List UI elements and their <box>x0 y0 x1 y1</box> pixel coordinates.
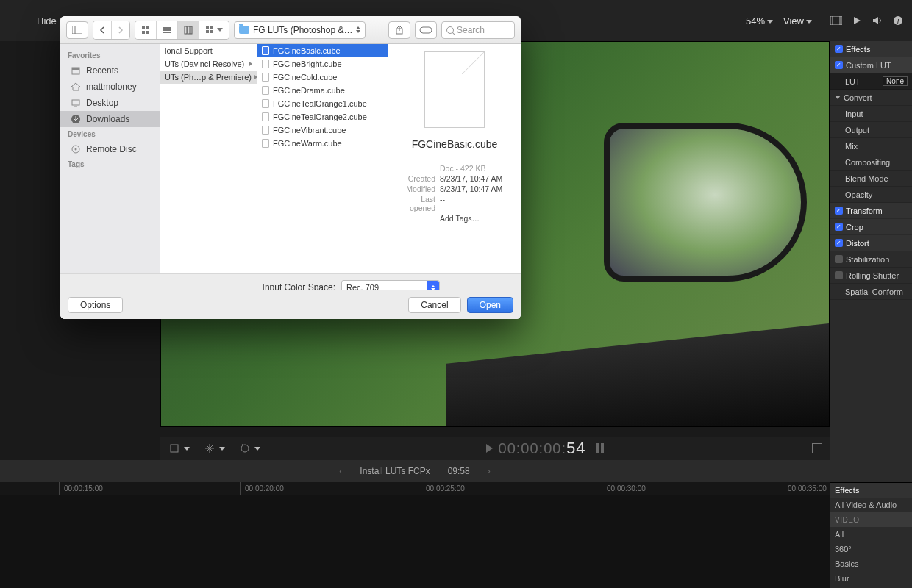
fxbrowser-all[interactable]: All <box>830 527 912 542</box>
path-popup-button[interactable]: FG LUTs (Photoshop &… <box>234 21 366 39</box>
disclosure-icon[interactable] <box>835 96 841 99</box>
inspector-transform-header[interactable]: ✓Transform <box>830 203 912 219</box>
sidebar-item-recents[interactable]: Recents <box>60 62 160 79</box>
timecode-display[interactable]: 00:00:00:54 <box>499 439 586 458</box>
inspector-compositing-row[interactable]: Compositing <box>830 154 912 171</box>
fxbrowser-basics[interactable]: Basics <box>830 556 912 571</box>
cancel-button[interactable]: Cancel <box>408 297 460 313</box>
prev-project-button[interactable]: ‹ <box>339 466 342 476</box>
search-field[interactable]: Search <box>441 21 515 39</box>
ruler-tick: 00:00:20:00 <box>240 482 284 495</box>
column-folder-row[interactable]: UTs (Ph…p & Premiere) <box>160 71 257 84</box>
timecode-frames: 54 <box>566 439 585 457</box>
inspector-opacity-row[interactable]: Opacity <box>830 187 912 203</box>
file-row[interactable]: FGCineDrama.cube <box>257 84 388 97</box>
hide-rejected-label[interactable]: Hide R <box>7 15 66 26</box>
add-tags-link[interactable]: Add Tags… <box>440 214 510 223</box>
svg-rect-7 <box>171 445 178 452</box>
preview-lastopened-label: Last opened <box>399 195 435 212</box>
file-row[interactable]: FGCineBasic.cube <box>257 44 388 57</box>
home-icon <box>71 82 81 92</box>
column-folder-row[interactable]: ional Support <box>160 44 257 57</box>
svg-rect-13 <box>142 31 145 34</box>
updown-icon <box>356 26 360 33</box>
fxbrowser-360[interactable]: 360° <box>830 542 912 556</box>
inspector-mix-row[interactable]: Mix <box>830 138 912 154</box>
ruler-tick: 00:00:25:00 <box>421 482 465 495</box>
document-icon <box>262 60 269 68</box>
disc-icon <box>71 144 81 154</box>
sidebar-devices-label: Devices <box>60 127 160 141</box>
film-icon[interactable] <box>830 14 843 27</box>
lut-value-dropdown[interactable]: None <box>883 76 908 86</box>
file-row[interactable]: FGCineTealOrange1.cube <box>257 97 388 110</box>
checkbox-off-icon[interactable] <box>835 255 843 263</box>
fxbrowser-all-va[interactable]: All Video & Audio <box>830 498 912 512</box>
inspector-blendmode-row[interactable]: Blend Mode <box>830 171 912 187</box>
search-icon <box>446 26 454 34</box>
forward-button[interactable] <box>111 21 129 39</box>
zoom-level-button[interactable]: 54% <box>746 15 773 26</box>
play-icon[interactable] <box>850 14 863 27</box>
view-menu-button[interactable]: View <box>783 15 812 26</box>
ruler-tick: 00:00:30:00 <box>602 482 646 495</box>
sidebar-item-home[interactable]: mattmoloney <box>60 79 160 95</box>
sidebar-item-desktop[interactable]: Desktop <box>60 95 160 111</box>
back-button[interactable] <box>93 21 111 39</box>
checkbox-on-icon[interactable]: ✓ <box>835 239 843 247</box>
checkbox-on-icon[interactable]: ✓ <box>835 45 843 53</box>
open-button[interactable]: Open <box>467 297 513 313</box>
column-view-button[interactable] <box>177 21 199 39</box>
tags-button[interactable] <box>415 21 437 39</box>
timeline-ruler[interactable]: 00:00:15:00 00:00:20:00 00:00:25:00 00:0… <box>0 482 830 495</box>
folder-icon <box>239 26 249 34</box>
project-title: Install LUTs FCPx <box>360 466 430 476</box>
share-button[interactable] <box>388 21 410 39</box>
inspector-lut-row[interactable]: LUTNone <box>830 74 912 90</box>
file-row[interactable]: FGCineBright.cube <box>257 57 388 71</box>
inspector-effects-header[interactable]: ✓Effects <box>830 41 912 57</box>
color-tool-button[interactable] <box>204 443 225 453</box>
sidebar-item-downloads[interactable]: Downloads <box>60 111 160 127</box>
inspector-output-row[interactable]: Output <box>830 122 912 138</box>
gallery-view-button[interactable] <box>199 21 229 39</box>
inspector-stabilization-row[interactable]: Stabilization <box>830 251 912 268</box>
list-view-button[interactable] <box>156 21 177 39</box>
checkbox-on-icon[interactable]: ✓ <box>835 61 843 69</box>
inspector-distort-header[interactable]: ✓Distort <box>830 235 912 251</box>
inspector-rollingshutter-row[interactable]: Rolling Shutter <box>830 268 912 284</box>
dialog-sidebar: Favorites Recents mattmoloney Desktop Do… <box>60 44 160 273</box>
options-button[interactable]: Options <box>68 297 123 313</box>
info-icon[interactable]: i <box>891 14 905 27</box>
transform-tool-button[interactable] <box>169 443 190 453</box>
fullscreen-button[interactable] <box>812 443 822 453</box>
icon-view-button[interactable] <box>135 21 156 39</box>
inspector-custom-lut-row[interactable]: ✓Custom LUT <box>830 57 912 74</box>
sidebar-item-remotedisc[interactable]: Remote Disc <box>60 141 160 157</box>
timeline[interactable]: 00:00:15:00 00:00:20:00 00:00:25:00 00:0… <box>0 482 830 588</box>
file-row[interactable]: FGCineTealOrange2.cube <box>257 110 388 123</box>
path-label: FG LUTs (Photoshop &… <box>253 25 352 35</box>
checkbox-on-icon[interactable]: ✓ <box>835 223 843 231</box>
inspector-crop-header[interactable]: ✓Crop <box>830 219 912 235</box>
inspector-spatialconform-row[interactable]: Spatial Conform <box>830 284 912 300</box>
play-button[interactable] <box>486 444 493 453</box>
next-project-button[interactable]: › <box>488 466 491 476</box>
column-folder-row[interactable]: UTs (Davinci Resolve) <box>160 57 257 71</box>
file-row[interactable]: FGCineVibrant.cube <box>257 123 388 137</box>
retime-tool-button[interactable] <box>240 443 260 453</box>
speaker-icon[interactable] <box>871 14 884 27</box>
sidebar-toggle-button[interactable] <box>66 21 88 39</box>
inspector-input-row[interactable]: Input <box>830 106 912 122</box>
inspector-convert-row[interactable]: Convert <box>830 90 912 106</box>
checkbox-off-icon[interactable] <box>835 271 843 279</box>
file-row[interactable]: FGCineWarm.cube <box>257 137 388 150</box>
recents-icon <box>71 65 81 76</box>
checkbox-on-icon[interactable]: ✓ <box>835 207 843 215</box>
downloads-icon <box>71 114 81 124</box>
fxbrowser-blur[interactable]: Blur <box>830 571 912 586</box>
svg-rect-29 <box>72 68 79 70</box>
svg-marker-3 <box>854 17 861 24</box>
search-placeholder: Search <box>457 25 485 35</box>
file-row[interactable]: FGCineCold.cube <box>257 71 388 84</box>
